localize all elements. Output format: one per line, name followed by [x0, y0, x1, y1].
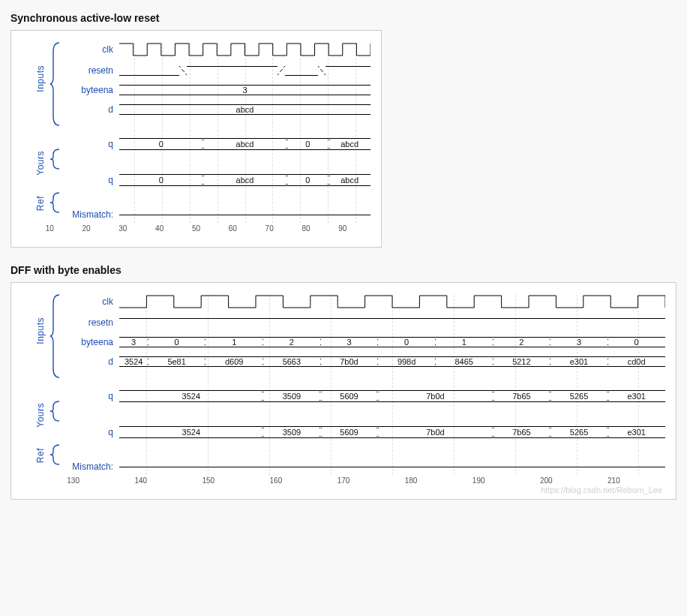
time-axis: 130140150160170180190200210 — [22, 476, 665, 493]
bus-value: 5609 — [320, 390, 378, 402]
bus-value: 3509 — [263, 390, 321, 402]
row-mismatch: Mismatch: — [22, 457, 665, 476]
group-label-yours: Yours — [35, 403, 46, 428]
bus-value: 1 — [435, 337, 493, 347]
bus-value: d609 — [206, 356, 263, 367]
waveform-mismatch — [119, 457, 665, 476]
signal-label: q — [22, 175, 119, 185]
bus-value: abcd — [328, 174, 370, 186]
bus-value: abcd — [119, 104, 370, 115]
signal-label: q — [22, 427, 119, 437]
timing-panel-reset: Inputs Yours Ref clk resetn byteena 3 d — [10, 30, 382, 248]
row-q-ref: q 3524350956097b0d7b655265e301 — [22, 421, 665, 443]
bus-value: 7b65 — [493, 390, 550, 402]
waveform-clk — [119, 38, 370, 61]
panel-title: Synchronous active-low reset — [10, 12, 676, 24]
bus-value: e301 — [550, 356, 608, 367]
row-q-ref: q 0abcd0abcd — [22, 169, 370, 191]
bus-value: abcd — [328, 138, 370, 150]
bus-value: 3 — [119, 85, 370, 95]
row-resetn: resetn — [22, 61, 370, 80]
bus-value: 5265 — [550, 426, 608, 438]
group-label-yours: Yours — [35, 151, 46, 176]
axis-tick: 10 — [46, 224, 54, 233]
waveform-mismatch — [119, 205, 370, 224]
axis-tick: 140 — [134, 476, 147, 485]
group-label-ref: Ref — [35, 448, 46, 463]
timing-diagram: Inputs Yours Ref clk resetn byteena 3 d — [22, 38, 370, 241]
bus-value: 3509 — [263, 426, 321, 438]
group-label-ref: Ref — [35, 196, 46, 211]
axis-tick: 60 — [229, 224, 237, 233]
bus-value: 7b0d — [320, 356, 378, 367]
bus-value: e301 — [608, 426, 665, 438]
time-axis: 102030405060708090 — [22, 224, 370, 241]
axis-tick: 170 — [338, 476, 350, 485]
bus-value: 3 — [119, 337, 148, 347]
bus-value: 0 — [148, 337, 206, 347]
axis-tick: 210 — [608, 476, 620, 485]
waveform-q-ref: 3524350956097b0d7b655265e301 — [119, 421, 665, 443]
bus-value: 5e81 — [148, 356, 206, 367]
waveform-q-yours: 0abcd0abcd — [119, 133, 370, 155]
waveform-resetn — [119, 61, 370, 80]
bus-value: 3524 — [119, 390, 263, 402]
waveform-q-ref: 0abcd0abcd — [119, 169, 370, 191]
row-mismatch: Mismatch: — [22, 205, 370, 224]
bus-value: 1 — [206, 337, 263, 347]
waveform-q-yours: 3524350956097b0d7b655265e301 — [119, 385, 665, 407]
row-q-yours: q 0abcd0abcd — [22, 133, 370, 155]
group-label-inputs: Inputs — [35, 65, 46, 92]
row-d: d abcd — [22, 100, 370, 119]
waveform-clk — [119, 290, 665, 313]
bus-value: 5609 — [320, 426, 378, 438]
group-label-inputs: Inputs — [35, 317, 46, 344]
row-clk: clk — [22, 290, 665, 313]
axis-tick: 40 — [155, 224, 164, 233]
row-resetn: resetn — [22, 313, 665, 332]
signal-label: q — [22, 391, 119, 401]
axis-tick: 150 — [202, 476, 214, 485]
axis-tick: 90 — [338, 224, 346, 233]
bus-value: 3524 — [119, 356, 148, 367]
row-clk: clk — [22, 38, 370, 61]
bus-value: e301 — [608, 390, 665, 402]
signal-label: clk — [22, 296, 119, 307]
row-q-yours: q 3524350956097b0d7b655265e301 — [22, 385, 665, 407]
bus-value: 7b0d — [378, 390, 493, 402]
brace-yours — [49, 400, 62, 422]
bus-value: 0 — [119, 174, 203, 186]
bus-value: 0 — [119, 138, 203, 150]
bus-value: 5663 — [263, 356, 321, 367]
bus-value: 3 — [550, 337, 608, 347]
row-d: d 35245e81d60956637b0d998d84655212e301cd… — [22, 352, 665, 371]
axis-tick: 160 — [270, 476, 283, 485]
bus-value: 7b0d — [378, 426, 493, 438]
bus-value: cd0d — [608, 356, 665, 367]
bus-value: 2 — [263, 337, 321, 347]
axis-tick: 130 — [67, 476, 80, 485]
bus-value: 3 — [320, 337, 378, 347]
bus-value: 0 — [286, 174, 328, 186]
bus-value: 5212 — [493, 356, 550, 367]
bus-value: 2 — [493, 337, 550, 347]
signal-label: q — [22, 139, 119, 149]
timing-panel-byteena: Inputs Yours Ref clk resetn byteena 3012… — [10, 282, 676, 500]
bus-value: 3524 — [119, 426, 263, 438]
waveform-byteena: 3012301230 — [119, 332, 665, 352]
brace-yours — [49, 148, 62, 170]
waveform-byteena: 3 — [119, 80, 370, 100]
bus-value: 7b65 — [493, 426, 550, 438]
signal-label: d — [22, 104, 119, 115]
axis-tick: 30 — [118, 224, 127, 233]
bus-value: 0 — [608, 337, 665, 347]
axis-tick: 180 — [405, 476, 418, 485]
axis-tick: 20 — [82, 224, 90, 233]
signal-label: d — [22, 356, 119, 367]
row-byteena: byteena 3 — [22, 80, 370, 100]
bus-value: 0 — [378, 337, 436, 347]
waveform-resetn — [119, 313, 665, 332]
signal-label: clk — [22, 44, 119, 55]
panel-title: DFF with byte enables — [10, 264, 676, 276]
axis-tick: 200 — [540, 476, 553, 485]
